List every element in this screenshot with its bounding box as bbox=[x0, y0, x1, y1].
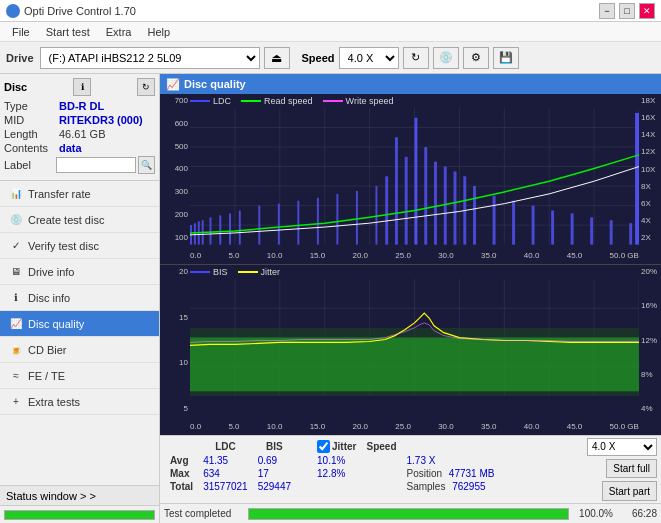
svg-rect-42 bbox=[512, 201, 515, 245]
svg-rect-20 bbox=[210, 217, 212, 244]
sidebar-item-fe-te[interactable]: ≈ FE / TE bbox=[0, 363, 159, 389]
eject-button[interactable]: ⏏ bbox=[264, 47, 290, 69]
disc-section: Disc ℹ ↻ Type BD-R DL MID RITEKDR3 (000)… bbox=[0, 74, 159, 181]
svg-rect-44 bbox=[551, 210, 554, 244]
legend-read-speed: Read speed bbox=[241, 96, 313, 106]
stats-speed-select[interactable]: 4.0 X bbox=[587, 438, 657, 456]
avg-speed: 1.73 X bbox=[403, 455, 499, 466]
legend-write-speed: Write speed bbox=[323, 96, 394, 106]
legend-write-color bbox=[323, 100, 343, 102]
position-label: Position bbox=[407, 468, 443, 479]
fe-te-icon: ≈ bbox=[8, 368, 24, 384]
chart-bottom: BIS Jitter 20 15 10 5 20% 16% 12% bbox=[160, 265, 661, 435]
nav-label-extra-tests: Extra tests bbox=[28, 396, 80, 408]
content-title: Disc quality bbox=[184, 78, 246, 90]
total-bis: 529447 bbox=[254, 481, 295, 492]
stats-area: LDC BIS Jitter Speed Avg 41.35 0.69 bbox=[160, 435, 661, 503]
svg-rect-36 bbox=[434, 162, 437, 245]
svg-rect-35 bbox=[424, 147, 427, 245]
disc-refresh-button[interactable]: ↻ bbox=[137, 78, 155, 96]
status-window-label: Status window > > bbox=[6, 490, 96, 502]
settings-button[interactable]: ⚙ bbox=[463, 47, 489, 69]
chart-top-y-axis-left: 700 600 500 400 300 200 100 bbox=[160, 94, 190, 244]
svg-rect-28 bbox=[336, 194, 338, 245]
disc-info-icon: ℹ bbox=[8, 290, 24, 306]
chart-top-legend: LDC Read speed Write speed bbox=[190, 96, 393, 106]
minimize-button[interactable]: − bbox=[599, 3, 615, 19]
avg-bis: 0.69 bbox=[254, 455, 295, 466]
length-value: 46.61 GB bbox=[59, 128, 105, 140]
disc-button[interactable]: 💿 bbox=[433, 47, 459, 69]
mid-label: MID bbox=[4, 114, 59, 126]
status-bar: Status window > > bbox=[0, 485, 159, 523]
jitter-header-label: Jitter bbox=[332, 441, 356, 452]
menubar: File Start test Extra Help bbox=[0, 22, 661, 42]
start-part-button[interactable]: Start part bbox=[602, 481, 657, 501]
contents-value: data bbox=[59, 142, 82, 154]
menu-start-test[interactable]: Start test bbox=[38, 24, 98, 40]
maximize-button[interactable]: □ bbox=[619, 3, 635, 19]
svg-rect-21 bbox=[219, 215, 221, 244]
chart-top: LDC Read speed Write speed 700 600 500 bbox=[160, 94, 661, 265]
save-button[interactable]: 💾 bbox=[493, 47, 519, 69]
nav-label-drive-info: Drive info bbox=[28, 266, 74, 278]
progress-row bbox=[0, 506, 159, 523]
chart-top-y-axis-right: 18X 16X 14X 12X 10X 8X 6X 4X 2X bbox=[639, 94, 661, 244]
content-area: 📈 Disc quality LDC Read speed bbox=[160, 74, 661, 523]
drive-label: Drive bbox=[6, 52, 34, 64]
label-button[interactable]: 🔍 bbox=[138, 156, 155, 174]
close-button[interactable]: ✕ bbox=[639, 3, 655, 19]
svg-rect-43 bbox=[532, 206, 535, 245]
menu-file[interactable]: File bbox=[4, 24, 38, 40]
sidebar: Disc ℹ ↻ Type BD-R DL MID RITEKDR3 (000)… bbox=[0, 74, 160, 523]
speed-select[interactable]: 4.0 X bbox=[339, 47, 399, 69]
avg-label: Avg bbox=[166, 455, 197, 466]
svg-rect-27 bbox=[317, 198, 319, 245]
svg-rect-38 bbox=[454, 171, 457, 244]
disc-header: Disc ℹ ↻ bbox=[4, 78, 155, 96]
svg-rect-26 bbox=[297, 201, 299, 245]
svg-rect-34 bbox=[415, 118, 418, 245]
verify-test-icon: ✓ bbox=[8, 238, 24, 254]
menu-extra[interactable]: Extra bbox=[98, 24, 140, 40]
sidebar-item-extra-tests[interactable]: + Extra tests bbox=[0, 389, 159, 415]
progress-fill bbox=[5, 511, 154, 519]
chart-top-svg bbox=[190, 108, 639, 245]
sidebar-item-drive-info[interactable]: 🖥 Drive info bbox=[0, 259, 159, 285]
final-percent: 100.0% bbox=[573, 508, 613, 519]
svg-rect-37 bbox=[444, 167, 447, 245]
legend-write-label: Write speed bbox=[346, 96, 394, 106]
sidebar-item-verify-test-disc[interactable]: ✓ Verify test disc bbox=[0, 233, 159, 259]
disc-info-button[interactable]: ℹ bbox=[73, 78, 91, 96]
menu-help[interactable]: Help bbox=[139, 24, 178, 40]
svg-rect-30 bbox=[375, 186, 377, 245]
legend-bis-color bbox=[190, 271, 210, 273]
svg-rect-32 bbox=[395, 137, 398, 244]
total-label: Total bbox=[166, 481, 197, 492]
nav-label-create-test: Create test disc bbox=[28, 214, 104, 226]
jitter-checkbox[interactable] bbox=[317, 440, 330, 453]
chart-bottom-svg bbox=[190, 279, 639, 396]
legend-ldc-label: LDC bbox=[213, 96, 231, 106]
label-input[interactable] bbox=[56, 157, 136, 173]
drive-select[interactable]: (F:) ATAPI iHBS212 2 5L09 bbox=[40, 47, 260, 69]
final-status-bar: Test completed 100.0% 66:28 bbox=[160, 503, 661, 523]
titlebar: Opti Drive Control 1.70 − □ ✕ bbox=[0, 0, 661, 22]
sidebar-item-create-test-disc[interactable]: 💿 Create test disc bbox=[0, 207, 159, 233]
sidebar-item-disc-quality[interactable]: 📈 Disc quality bbox=[0, 311, 159, 337]
sidebar-item-cd-bier[interactable]: 🍺 CD Bier bbox=[0, 337, 159, 363]
status-window-button[interactable]: Status window > > bbox=[0, 486, 159, 506]
legend-read-label: Read speed bbox=[264, 96, 313, 106]
nav-label-fe-te: FE / TE bbox=[28, 370, 65, 382]
svg-rect-46 bbox=[590, 217, 593, 244]
sidebar-item-transfer-rate[interactable]: 📊 Transfer rate bbox=[0, 181, 159, 207]
titlebar-controls[interactable]: − □ ✕ bbox=[599, 3, 655, 19]
refresh-button[interactable]: ↻ bbox=[403, 47, 429, 69]
sidebar-item-disc-info[interactable]: ℹ Disc info bbox=[0, 285, 159, 311]
extra-tests-icon: + bbox=[8, 394, 24, 410]
start-full-button[interactable]: Start full bbox=[606, 459, 657, 479]
progress-bar bbox=[4, 510, 155, 520]
chart-top-x-axis: 0.0 5.0 10.0 15.0 20.0 25.0 30.0 35.0 40… bbox=[190, 246, 639, 264]
main-area: Disc ℹ ↻ Type BD-R DL MID RITEKDR3 (000)… bbox=[0, 74, 661, 523]
avg-jitter: 10.1% bbox=[313, 455, 400, 466]
